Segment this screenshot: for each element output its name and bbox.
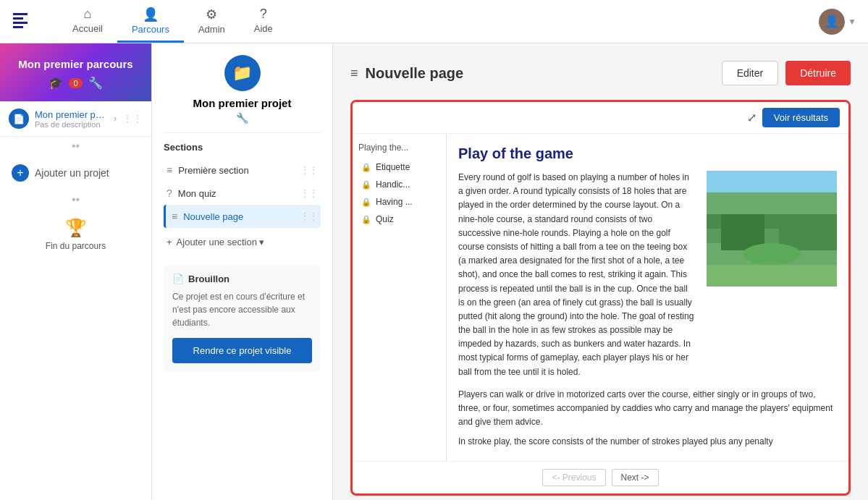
section-page-icon: ≡ [167,164,172,176]
page-title-area: ≡ Nouvelle page [350,65,463,82]
badge-count: 0 [69,78,82,88]
article-text-main: Every round of golf is based on playing … [458,171,695,379]
card-nav-title: Playing the... [358,143,440,153]
add-project-label: Ajouter un projet [35,167,109,179]
add-section-label: Ajouter une section ▾ [177,237,265,247]
golf-image [707,171,837,287]
sections-label: Sections [164,142,321,153]
card-nav-having-label: Having ... [376,197,413,207]
chevron-right-icon: › [114,114,117,124]
card-nav-quiz[interactable]: 🔒 Quiz [358,211,440,228]
home-icon: ⌂ [84,7,92,22]
svg-rect-0 [13,13,28,15]
nav-accueil[interactable]: ⌂ Accueil [58,1,117,43]
section-nouvelle-icon: ≡ [172,211,177,222]
card-toolbar: ⤢ Voir résultats [353,102,848,134]
gear-icon: ⚙ [206,7,217,22]
article-body: Every round of golf is based on playing … [458,171,837,379]
lock-icon-3: 🔒 [361,198,371,207]
card-nav: Playing the... 🔒 Etiquette 🔒 Handic... 🔒… [353,134,447,461]
nav-aide[interactable]: ? Aide [240,1,287,43]
article-text-extra: Players can walk or drive in motorized c… [458,388,837,430]
left-sidebar: Mon premier parcours 🎓 0 🔧 📄 Mon premier… [0,43,152,500]
expand-dots-2[interactable]: •• [0,190,151,209]
brouillon-box: 📄 Brouillon Ce projet est en cours d'écr… [164,265,321,372]
card-nav-having[interactable]: 🔒 Having ... [358,193,440,211]
section-premiere-label: Première section [178,165,249,176]
article-image [707,171,837,287]
section-quiz[interactable]: ? Mon quiz ⋮⋮ [164,182,321,205]
project-name: Mon premier pro... [35,109,108,120]
project-title: Mon premier projet [193,97,292,109]
card-nav-quiz-label: Quiz [376,214,394,224]
visible-button[interactable]: Rendre ce projet visible [172,338,312,363]
svg-rect-3 [13,26,23,28]
expand-dots[interactable]: •• [0,137,151,156]
svg-point-10 [743,243,801,265]
sidebar-project-item[interactable]: 📄 Mon premier pro... Pas de description … [0,101,151,137]
navbar: ⌂ Accueil 👤 Parcours ⚙ Admin ? Aide 👤 ▼ [0,0,868,43]
nav-parcours[interactable]: 👤 Parcours [117,1,184,43]
project-info: Mon premier pro... Pas de description [35,109,108,129]
svg-rect-9 [707,265,837,287]
section-nouvelle-drag: ⋮⋮ [300,211,318,221]
card-nav-etiquette[interactable]: 🔒 Etiquette [358,158,440,176]
section-nouvelle-label: Nouvelle page [183,211,243,222]
section-quiz-label: Mon quiz [178,188,216,199]
card-footer: <- Previous Next -> [353,461,848,493]
add-section-button[interactable]: + Ajouter une section ▾ [164,231,321,253]
avatar-chevron: ▼ [848,17,856,27]
article-text-stroke: In stroke play, the score consists of th… [458,435,837,449]
brouillon-title: 📄 Brouillon [172,274,312,284]
page-header: ≡ Nouvelle page Editer Détruire [350,61,851,85]
project-avatar: 📄 [9,109,29,129]
expand-icon[interactable]: ⤢ [747,111,757,124]
card-content: Play of the game Every round of golf is … [447,134,848,461]
add-section-icon: + [167,237,172,247]
page-title: Nouvelle page [366,65,464,82]
card-body: Playing the... 🔒 Etiquette 🔒 Handic... 🔒… [353,134,848,461]
brouillon-icon: 📄 [172,274,184,284]
lock-icon-2: 🔒 [361,180,371,190]
lock-icon-4: 🔒 [361,215,371,224]
trophy-icon: 🏆 [65,218,87,238]
edit-button[interactable]: Editer [722,61,779,85]
card-nav-etiquette-label: Etiquette [376,162,410,172]
section-premiere[interactable]: ≡ Première section ⋮⋮ [164,158,321,182]
svg-rect-12 [707,192,837,214]
add-circle-icon: + [12,164,29,182]
svg-rect-2 [13,22,28,24]
course-title: Mon premier parcours [12,58,140,70]
graduation-icon: 🎓 [49,76,63,90]
content-area: ≡ Nouvelle page Editer Détruire ⤢ Voir r… [333,43,868,500]
project-wrench-icon[interactable]: 🔧 [236,112,248,124]
sidebar-hero: Mon premier parcours 🎓 0 🔧 [0,43,151,101]
next-button[interactable]: Next -> [612,469,659,486]
main-layout: Mon premier parcours 🎓 0 🔧 📄 Mon premier… [0,43,868,500]
card-nav-handicap-label: Handic... [376,179,410,190]
parcours-icon: 👤 [143,7,159,22]
page-actions: Editer Détruire [722,61,851,85]
drag-handle[interactable]: ⋮⋮ [122,113,143,124]
project-avatar-large: 📁 [224,55,261,91]
section-quiz-icon: ? [167,187,172,199]
brouillon-text: Ce projet est en cours d'écriture et n'e… [172,290,312,329]
avatar[interactable]: 👤 [819,9,845,35]
project-header: 📁 Mon premier projet 🔧 [164,55,321,133]
card-nav-handicap[interactable]: 🔒 Handic... [358,176,440,193]
svg-rect-1 [13,17,23,20]
prev-button[interactable]: <- Previous [542,469,605,486]
content-card: ⤢ Voir résultats Playing the... 🔒 Etique… [350,100,851,496]
nav-admin[interactable]: ⚙ Admin [184,1,240,43]
fin-parcours: 🏆 Fin du parcours [0,209,151,260]
page-title-icon: ≡ [350,66,358,81]
section-nouvelle[interactable]: ≡ Nouvelle page ⋮⋮ [164,205,321,228]
voir-resultats-button[interactable]: Voir résultats [762,108,840,127]
fin-label: Fin du parcours [46,241,106,251]
add-project-button[interactable]: + Ajouter un projet [0,156,151,190]
wrench-icon[interactable]: 🔧 [88,76,103,90]
help-icon: ? [260,7,267,22]
destroy-button[interactable]: Détruire [785,61,851,85]
section-quiz-drag: ⋮⋮ [300,188,318,198]
logo[interactable] [12,7,41,36]
